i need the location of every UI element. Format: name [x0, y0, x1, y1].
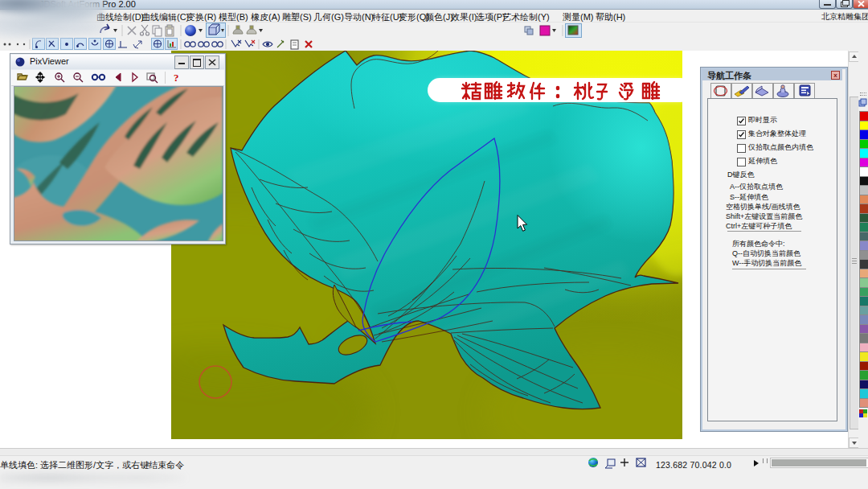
svg-text:?: ?	[174, 72, 179, 84]
